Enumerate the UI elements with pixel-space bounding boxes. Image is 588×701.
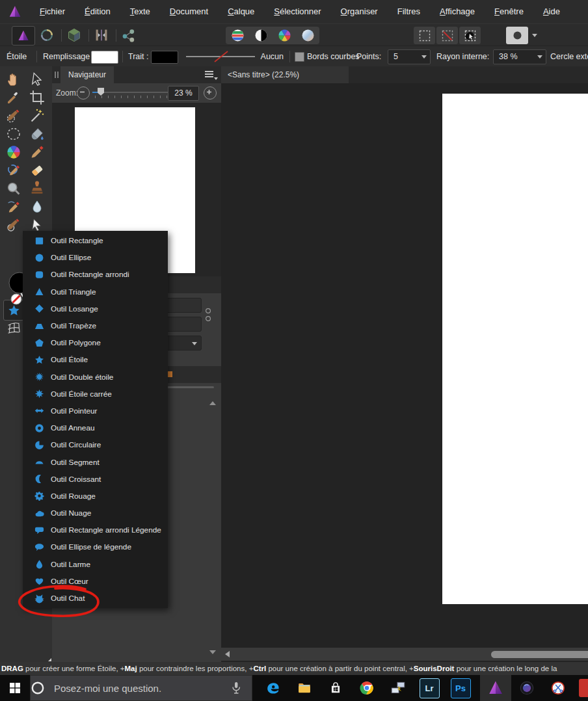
color-wheel-button[interactable] bbox=[273, 27, 296, 44]
taskbar-lightroom[interactable]: Lr bbox=[414, 675, 445, 701]
start-button[interactable] bbox=[0, 675, 30, 701]
fill-swatch[interactable] bbox=[91, 51, 118, 64]
flyout-menu-item[interactable]: Outil Triangle bbox=[23, 284, 168, 300]
export-persona-button[interactable] bbox=[66, 27, 82, 43]
zoom-out-button[interactable] bbox=[77, 86, 90, 99]
designer-persona-button[interactable] bbox=[12, 26, 35, 46]
menu-item[interactable]: Texte bbox=[120, 0, 160, 23]
taskbar-file-explorer[interactable] bbox=[289, 675, 320, 701]
panel-drag-handle[interactable] bbox=[55, 72, 60, 78]
vector-brush-tool[interactable] bbox=[6, 217, 21, 233]
flyout-menu-item[interactable]: Outil Anneau bbox=[23, 419, 168, 436]
zoom-value-field[interactable]: 23 % bbox=[168, 86, 199, 101]
flyout-menu-item[interactable]: Outil Étoile carrée bbox=[23, 386, 168, 403]
flyout-menu-item[interactable]: Outil Nuage bbox=[23, 505, 168, 522]
no-snap-button[interactable] bbox=[436, 27, 458, 44]
flyout-menu-item[interactable]: Outil Rouage bbox=[23, 488, 168, 505]
view-quality-dropdown[interactable] bbox=[529, 27, 540, 44]
crop-tool[interactable] bbox=[29, 90, 45, 105]
inner-radius-dropdown[interactable]: 38 % bbox=[493, 49, 546, 64]
taskbar-store[interactable] bbox=[320, 675, 351, 701]
taskbar-edge[interactable] bbox=[258, 675, 289, 701]
move-tool[interactable] bbox=[29, 72, 45, 87]
menu-item[interactable]: Fichier bbox=[30, 0, 75, 23]
flyout-menu-item[interactable]: Outil Étoile bbox=[23, 351, 168, 368]
taskbar-remote-desktop[interactable] bbox=[382, 675, 414, 701]
points-dropdown[interactable]: 5 bbox=[388, 49, 431, 64]
sculpt-brush-tool[interactable] bbox=[6, 163, 21, 178]
flyout-menu-item[interactable]: Outil Double étoile bbox=[23, 369, 168, 386]
clone-stamp-tool[interactable] bbox=[29, 181, 45, 196]
tab-navigator[interactable]: Navigateur bbox=[60, 66, 114, 83]
gradient-wheel-tool[interactable] bbox=[6, 144, 21, 160]
flyout-menu-item[interactable]: Outil Rectangle arrondi Légende bbox=[23, 522, 168, 538]
taskbar-lens-app[interactable] bbox=[511, 675, 542, 701]
panel-menu-icon[interactable] bbox=[205, 71, 215, 79]
scrollbar-thumb[interactable] bbox=[491, 651, 588, 658]
canvas-page[interactable] bbox=[442, 94, 588, 604]
flyout-menu-item[interactable]: Outil Ellipse de légende bbox=[23, 538, 168, 555]
flyout-menu-item[interactable]: Outil Rectangle bbox=[23, 232, 168, 249]
marquee-snap-button[interactable] bbox=[414, 27, 435, 44]
microphone-icon[interactable] bbox=[230, 681, 243, 695]
taskbar-affinity-designer-active[interactable] bbox=[480, 675, 511, 701]
scroll-left-icon[interactable] bbox=[225, 651, 230, 657]
curved-edges-checkbox[interactable] bbox=[295, 52, 304, 62]
menu-item[interactable]: Calque bbox=[218, 0, 264, 23]
flyout-menu-item[interactable]: Outil Segment bbox=[23, 453, 168, 470]
flyout-menu-item[interactable]: Outil Chat bbox=[23, 590, 168, 607]
document-tab[interactable]: <Sans titre> (22.5%) bbox=[221, 66, 349, 83]
zoom-tool[interactable] bbox=[6, 181, 21, 196]
menu-item[interactable]: Aide bbox=[533, 0, 570, 23]
snap-to-object-button[interactable] bbox=[459, 27, 481, 44]
link-dimensions-icon[interactable] bbox=[204, 300, 212, 330]
flyout-menu-item[interactable]: Outil Pointeur bbox=[23, 403, 168, 419]
flyout-menu-item[interactable]: Outil Circulaire bbox=[23, 436, 168, 453]
menu-item[interactable]: Sélectionner bbox=[264, 0, 330, 23]
selection-brush-tool[interactable] bbox=[6, 108, 21, 124]
horizontal-scrollbar[interactable] bbox=[221, 648, 588, 661]
menu-item[interactable]: Fenêtre bbox=[485, 0, 533, 23]
flyout-menu-item[interactable]: Outil Losange bbox=[23, 300, 168, 317]
flyout-menu-item[interactable]: Outil Cœur bbox=[23, 573, 168, 590]
menu-item[interactable]: Document bbox=[160, 0, 218, 23]
stroke-swatch[interactable] bbox=[151, 51, 178, 64]
eraser-tool[interactable] bbox=[29, 163, 45, 178]
flyout-menu-item[interactable]: Outil Trapèze bbox=[23, 317, 168, 334]
rgb-stripes-button[interactable] bbox=[226, 27, 249, 44]
taskbar-photoshop[interactable]: Ps bbox=[445, 675, 476, 701]
taskbar-snipping-tool[interactable] bbox=[542, 675, 574, 701]
share-nodes-icon[interactable] bbox=[121, 27, 137, 43]
contrast-button[interactable] bbox=[249, 27, 273, 44]
stroke-style-control[interactable]: Aucun bbox=[183, 49, 285, 64]
mesh-warp-tool[interactable] bbox=[6, 321, 21, 336]
menu-item[interactable]: Affichage bbox=[430, 0, 485, 23]
view-quality-button[interactable] bbox=[506, 27, 528, 44]
scroll-down-icon[interactable] bbox=[209, 650, 216, 654]
flyout-menu-item[interactable]: Outil Polygone bbox=[23, 334, 168, 351]
flyout-menu-item[interactable]: Outil Larme bbox=[23, 556, 168, 573]
menu-item[interactable]: Organiser bbox=[331, 0, 388, 23]
color-picker-tool[interactable] bbox=[6, 90, 21, 105]
smudge-brush-tool[interactable] bbox=[6, 199, 21, 215]
flood-fill-tool[interactable] bbox=[29, 126, 45, 142]
taskbar-partial-app[interactable] bbox=[579, 679, 588, 697]
menu-item[interactable]: Filtres bbox=[388, 0, 430, 23]
menu-item[interactable]: Édition bbox=[75, 0, 120, 23]
zoom-in-button[interactable] bbox=[204, 86, 217, 99]
paint-brush-tool[interactable] bbox=[29, 144, 45, 160]
histogram-bars-icon[interactable] bbox=[94, 27, 109, 43]
view-hand-tool[interactable] bbox=[6, 72, 21, 87]
zoom-slider-thumb[interactable] bbox=[98, 88, 104, 96]
flyout-menu-item[interactable]: Outil Rectangle arrondi bbox=[23, 266, 168, 283]
scroll-up-icon[interactable] bbox=[209, 401, 216, 405]
blur-tool[interactable] bbox=[29, 199, 45, 215]
cortana-search-box[interactable]: Posez-moi une question. bbox=[30, 675, 252, 701]
magic-wand-tool[interactable] bbox=[29, 108, 45, 124]
taskbar-chrome[interactable] bbox=[351, 675, 382, 701]
flyout-menu-item[interactable]: Outil Croissant bbox=[23, 471, 168, 488]
marquee-select-tool[interactable] bbox=[6, 126, 21, 142]
flyout-menu-item[interactable]: Outil Ellipse bbox=[23, 249, 168, 266]
pixel-persona-button[interactable] bbox=[39, 27, 55, 43]
gradient-sphere-button[interactable] bbox=[296, 27, 319, 44]
